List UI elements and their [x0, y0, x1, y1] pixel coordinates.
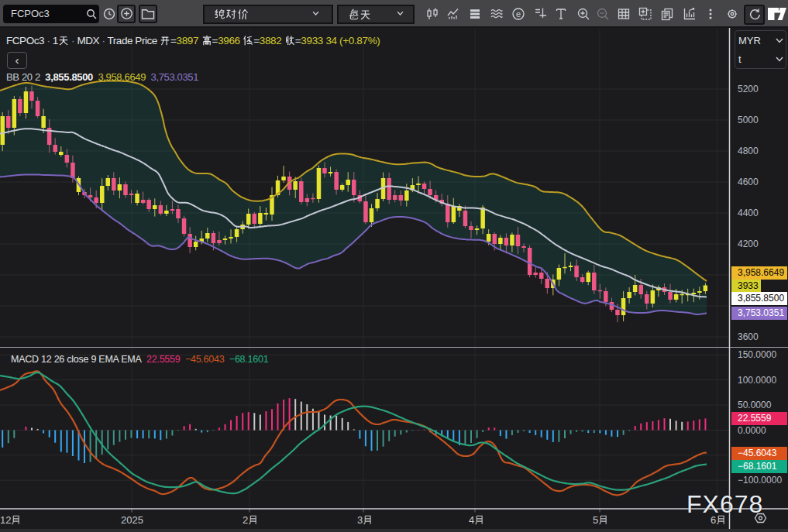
- svg-text:e: e: [516, 9, 521, 19]
